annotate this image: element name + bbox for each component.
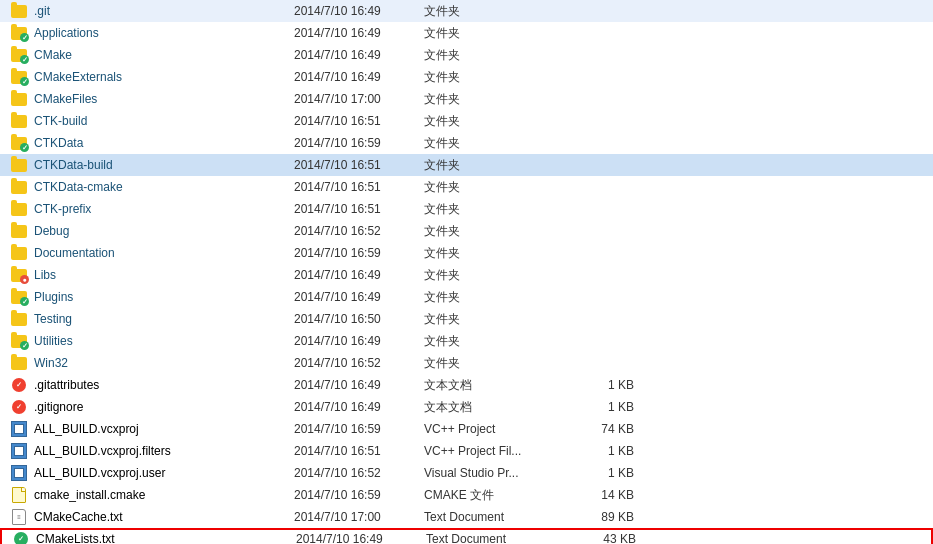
- file-date: 2014/7/10 16:51: [294, 158, 424, 172]
- file-icon: [8, 244, 30, 262]
- file-type: 文件夹: [424, 157, 554, 174]
- file-icon: ✓: [8, 288, 30, 306]
- file-icon: [8, 90, 30, 108]
- file-date: 2014/7/10 16:50: [294, 312, 424, 326]
- file-type: 文件夹: [424, 25, 554, 42]
- file-name: .gitignore: [34, 400, 294, 414]
- file-icon: ✓: [8, 376, 30, 394]
- table-row[interactable]: Debug2014/7/10 16:52文件夹: [0, 220, 933, 242]
- file-type: 文件夹: [424, 245, 554, 262]
- file-icon: [8, 310, 30, 328]
- file-icon: [8, 200, 30, 218]
- table-row[interactable]: ALL_BUILD.vcxproj.filters2014/7/10 16:51…: [0, 440, 933, 462]
- file-size: 74 KB: [554, 422, 634, 436]
- file-name: CTK-build: [34, 114, 294, 128]
- file-type: 文件夹: [424, 333, 554, 350]
- file-date: 2014/7/10 16:49: [294, 268, 424, 282]
- table-row[interactable]: cmake_install.cmake2014/7/10 16:59CMAKE …: [0, 484, 933, 506]
- table-row[interactable]: ✓CMakeExternals2014/7/10 16:49文件夹: [0, 66, 933, 88]
- file-name: CTK-prefix: [34, 202, 294, 216]
- table-row[interactable]: Testing2014/7/10 16:50文件夹: [0, 308, 933, 330]
- table-row[interactable]: CTK-build2014/7/10 16:51文件夹: [0, 110, 933, 132]
- file-type: 文本文档: [424, 399, 554, 416]
- file-type: 文件夹: [424, 311, 554, 328]
- file-type: 文本文档: [424, 377, 554, 394]
- file-name: CMakeExternals: [34, 70, 294, 84]
- file-type: 文件夹: [424, 223, 554, 240]
- file-name: CMakeLists.txt: [36, 532, 296, 544]
- table-row[interactable]: ✓CTKData2014/7/10 16:59文件夹: [0, 132, 933, 154]
- file-date: 2014/7/10 16:51: [294, 202, 424, 216]
- file-date: 2014/7/10 16:49: [294, 290, 424, 304]
- file-name: cmake_install.cmake: [34, 488, 294, 502]
- table-row[interactable]: ✓CMake2014/7/10 16:49文件夹: [0, 44, 933, 66]
- table-row[interactable]: ●Libs2014/7/10 16:49文件夹: [0, 264, 933, 286]
- file-date: 2014/7/10 16:51: [294, 180, 424, 194]
- file-name: Testing: [34, 312, 294, 326]
- table-row[interactable]: CTK-prefix2014/7/10 16:51文件夹: [0, 198, 933, 220]
- table-row[interactable]: ✓Applications2014/7/10 16:49文件夹: [0, 22, 933, 44]
- table-row[interactable]: CTKData-build2014/7/10 16:51文件夹: [0, 154, 933, 176]
- file-name: CTKData: [34, 136, 294, 150]
- file-type: CMAKE 文件: [424, 487, 554, 504]
- file-icon: [8, 156, 30, 174]
- file-icon: ✓: [8, 24, 30, 42]
- file-type: 文件夹: [424, 69, 554, 86]
- file-icon: [8, 354, 30, 372]
- file-date: 2014/7/10 17:00: [294, 510, 424, 524]
- file-name: CTKData-cmake: [34, 180, 294, 194]
- file-name: Applications: [34, 26, 294, 40]
- file-date: 2014/7/10 16:59: [294, 246, 424, 260]
- table-row[interactable]: ALL_BUILD.vcxproj2014/7/10 16:59VC++ Pro…: [0, 418, 933, 440]
- table-row[interactable]: ✓Utilities2014/7/10 16:49文件夹: [0, 330, 933, 352]
- file-type: 文件夹: [424, 47, 554, 64]
- file-size: 89 KB: [554, 510, 634, 524]
- file-name: Libs: [34, 268, 294, 282]
- file-icon: ✓: [8, 398, 30, 416]
- file-list[interactable]: .git2014/7/10 16:49文件夹✓Applications2014/…: [0, 0, 933, 544]
- file-date: 2014/7/10 16:59: [294, 422, 424, 436]
- file-icon: [8, 112, 30, 130]
- table-row[interactable]: .git2014/7/10 16:49文件夹: [0, 0, 933, 22]
- table-row[interactable]: Win322014/7/10 16:52文件夹: [0, 352, 933, 374]
- file-type: 文件夹: [424, 267, 554, 284]
- table-row[interactable]: ✓CMakeLists.txt2014/7/10 16:49Text Docum…: [0, 528, 933, 544]
- table-row[interactable]: CMakeFiles2014/7/10 17:00文件夹: [0, 88, 933, 110]
- file-type: 文件夹: [424, 201, 554, 218]
- file-size: 43 KB: [556, 532, 636, 544]
- table-row[interactable]: CTKData-cmake2014/7/10 16:51文件夹: [0, 176, 933, 198]
- table-row[interactable]: ✓.gitattributes2014/7/10 16:49文本文档1 KB: [0, 374, 933, 396]
- file-size: 14 KB: [554, 488, 634, 502]
- file-icon: ●: [8, 266, 30, 284]
- table-row[interactable]: ≡CMakeCache.txt2014/7/10 17:00Text Docum…: [0, 506, 933, 528]
- file-date: 2014/7/10 16:49: [294, 26, 424, 40]
- file-size: 1 KB: [554, 466, 634, 480]
- file-date: 2014/7/10 16:59: [294, 488, 424, 502]
- file-name: Win32: [34, 356, 294, 370]
- file-icon: ✓: [8, 46, 30, 64]
- file-icon: [8, 464, 30, 482]
- file-name: Plugins: [34, 290, 294, 304]
- file-type: 文件夹: [424, 3, 554, 20]
- file-date: 2014/7/10 17:00: [294, 92, 424, 106]
- table-row[interactable]: Documentation2014/7/10 16:59文件夹: [0, 242, 933, 264]
- table-row[interactable]: ALL_BUILD.vcxproj.user2014/7/10 16:52Vis…: [0, 462, 933, 484]
- file-type: Text Document: [426, 532, 556, 544]
- table-row[interactable]: ✓.gitignore2014/7/10 16:49文本文档1 KB: [0, 396, 933, 418]
- file-type: 文件夹: [424, 289, 554, 306]
- file-icon: [8, 178, 30, 196]
- file-name: CMakeCache.txt: [34, 510, 294, 524]
- file-icon: [8, 420, 30, 438]
- file-icon: [8, 2, 30, 20]
- file-date: 2014/7/10 16:51: [294, 114, 424, 128]
- file-type: VC++ Project Fil...: [424, 444, 554, 458]
- file-size: 1 KB: [554, 378, 634, 392]
- table-row[interactable]: ✓Plugins2014/7/10 16:49文件夹: [0, 286, 933, 308]
- file-name: ALL_BUILD.vcxproj.user: [34, 466, 294, 480]
- file-icon: [8, 442, 30, 460]
- file-type: Text Document: [424, 510, 554, 524]
- file-date: 2014/7/10 16:49: [294, 334, 424, 348]
- file-name: .git: [34, 4, 294, 18]
- file-name: Documentation: [34, 246, 294, 260]
- file-size: 1 KB: [554, 444, 634, 458]
